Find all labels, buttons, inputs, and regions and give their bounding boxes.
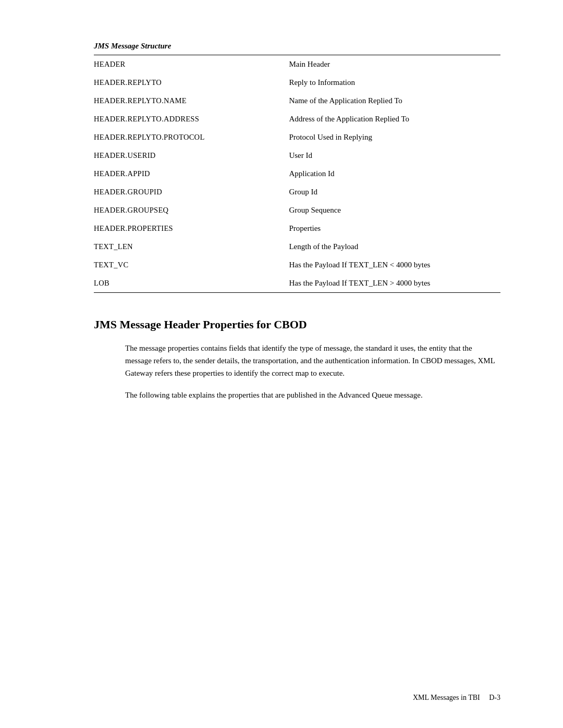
section-heading: JMS Message Header Properties for CBOD [94,318,500,331]
table-cell-field: HEADER.PROPERTIES [94,219,289,238]
table-cell-field: HEADER.REPLYTO.ADDRESS [94,110,289,128]
table-cell-description: Group Id [289,183,500,201]
table-cell-description: Address of the Application Replied To [289,110,500,128]
table-cell-field: LOB [94,274,289,292]
table-cell-description: Main Header [289,55,500,73]
table-row: HEADER.REPLYTO.PROTOCOLProtocol Used in … [94,128,500,146]
table-cell-field: HEADER.REPLYTO.PROTOCOL [94,128,289,146]
table-row: HEADER.REPLYTO.NAMEName of the Applicati… [94,92,500,110]
table-row: TEXT_LENLength of the Payload [94,238,500,256]
table-cell-description: Properties [289,219,500,238]
body-paragraph-1: The message properties contains fields t… [94,342,500,379]
table-cell-description: Group Sequence [289,201,500,219]
table-row: HEADER.APPIDApplication Id [94,165,500,183]
footer-text: XML Messages in TBI [413,694,480,701]
structure-table: HEADERMain HeaderHEADER.REPLYTOReply to … [94,55,500,292]
table-row: HEADER.USERIDUser Id [94,146,500,165]
table-cell-field: HEADER.GROUPSEQ [94,201,289,219]
table-row: HEADER.PROPERTIESProperties [94,219,500,238]
table-row: HEADER.REPLYTO.ADDRESSAddress of the App… [94,110,500,128]
table-cell-description: Protocol Used in Replying [289,128,500,146]
table-section: JMS Message Structure HEADERMain HeaderH… [94,42,500,293]
page: JMS Message Structure HEADERMain HeaderH… [0,0,563,728]
divider-bottom [94,292,500,293]
table-cell-field: TEXT_VC [94,256,289,274]
table-cell-field: HEADER.USERID [94,146,289,165]
table-cell-field: HEADER [94,55,289,73]
table-cell-field: HEADER.GROUPID [94,183,289,201]
footer-page: D-3 [489,694,500,701]
table-cell-description: Application Id [289,165,500,183]
table-cell-field: HEADER.REPLYTO [94,73,289,92]
table-cell-description: Reply to Information [289,73,500,92]
table-cell-description: Has the Payload If TEXT_LEN < 4000 bytes [289,256,500,274]
table-row: HEADERMain Header [94,55,500,73]
table-row: TEXT_VCHas the Payload If TEXT_LEN < 400… [94,256,500,274]
table-cell-field: HEADER.REPLYTO.NAME [94,92,289,110]
table-row: HEADER.REPLYTOReply to Information [94,73,500,92]
body-paragraph-2: The following table explains the propert… [94,389,500,401]
table-row: LOBHas the Payload If TEXT_LEN > 4000 by… [94,274,500,292]
table-row: HEADER.GROUPIDGroup Id [94,183,500,201]
table-cell-description: Has the Payload If TEXT_LEN > 4000 bytes [289,274,500,292]
table-title: JMS Message Structure [94,42,500,51]
table-row: HEADER.GROUPSEQGroup Sequence [94,201,500,219]
table-cell-field: TEXT_LEN [94,238,289,256]
footer: XML Messages in TBI D-3 [413,694,500,702]
table-cell-description: Name of the Application Replied To [289,92,500,110]
table-cell-description: Length of the Payload [289,238,500,256]
table-cell-field: HEADER.APPID [94,165,289,183]
table-cell-description: User Id [289,146,500,165]
